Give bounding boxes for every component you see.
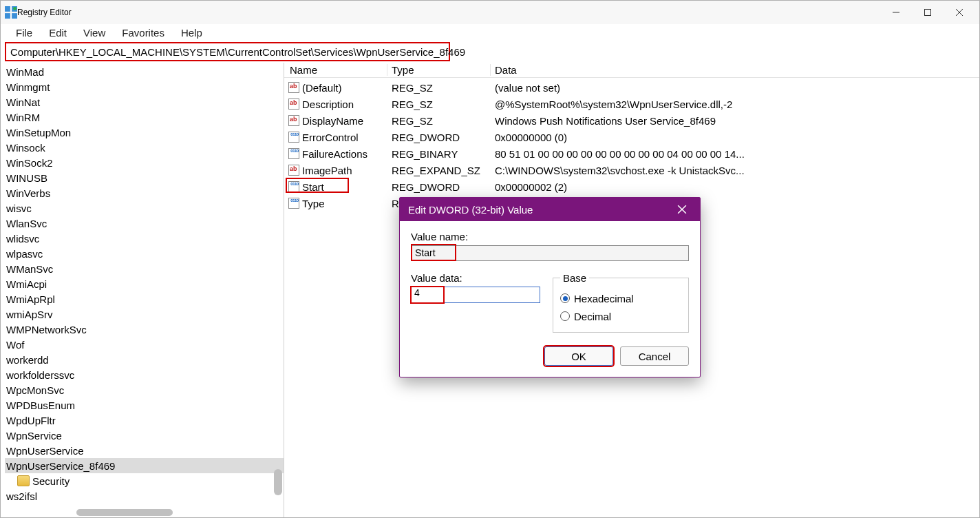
row-type: REG_BINARY [387,148,491,160]
radio-hex-row[interactable]: Hexadecimal [560,289,681,307]
ok-button[interactable]: OK [544,346,613,366]
tree-item[interactable]: WpnUserService [5,443,284,458]
menu-file[interactable]: File [8,25,41,40]
tree-item[interactable]: WManSvc [5,261,284,276]
tree-item[interactable]: WINUSB [5,170,284,185]
tree-item[interactable]: WpdUpFltr [5,413,284,428]
tree-item[interactable]: WinSock2 [5,155,284,170]
row-name: (Default) [302,82,387,94]
dialog-title-text: Edit DWORD (32-bit) Value [408,204,533,216]
edit-dword-dialog: Edit DWORD (32-bit) Value Value name: St… [399,197,701,377]
tree-item[interactable]: Winmgmt [5,79,284,94]
row-name: Description [302,99,387,110]
list-row[interactable]: DisplayNameREG_SZWindows Push Notificati… [284,112,979,129]
row-data: Windows Push Notifications User Service_… [491,115,979,127]
tree-item[interactable]: Winsock [5,140,284,155]
dword-value-icon [287,131,301,143]
list-row[interactable]: ImagePathREG_EXPAND_SZC:\WINDOWS\system3… [284,162,979,178]
column-name[interactable]: Name [284,64,387,76]
row-data: 80 51 01 00 00 00 00 00 00 00 00 00 04 0… [491,148,979,160]
row-data: 0x00000000 (0) [491,132,979,143]
tree-item[interactable]: WPDBusEnum [5,397,284,413]
menu-favorites[interactable]: Favorites [114,25,173,40]
string-value-icon [287,81,301,94]
svg-rect-2 [5,13,10,19]
base-group: Base Hexadecimal Decimal [553,272,689,333]
radio-dec[interactable] [560,311,570,321]
list-header: Name Type Data [284,63,979,78]
row-type: REG_EXPAND_SZ [387,165,491,176]
dialog-titlebar: Edit DWORD (32-bit) Value [400,198,700,221]
tree-item[interactable]: WpnUserService_8f469 [5,458,284,473]
tree-item[interactable]: WinVerbs [5,185,284,200]
row-name: Start [302,181,387,193]
tree-item[interactable]: WinSetupMon [5,125,284,140]
tree-item[interactable]: WinNat [5,94,284,110]
tree-item[interactable]: WinMad [5,64,284,79]
row-data: @%SystemRoot%\system32\WpnUserService.dl… [491,99,979,110]
tree-item[interactable]: wisvc [5,200,284,216]
list-row[interactable]: FailureActionsREG_BINARY80 51 01 00 00 0… [284,145,979,162]
list-row[interactable]: StartREG_DWORD0x00000002 (2) [284,178,979,195]
tree-item[interactable]: WinRM [5,110,284,125]
minimize-button[interactable] [880,1,912,23]
row-name: Type [302,198,387,209]
row-name: ImagePath [302,165,387,176]
value-data-field[interactable]: 4 [411,287,540,303]
titlebar: Registry Editor [1,1,979,24]
value-name-field[interactable]: Start [411,245,689,261]
menubar: File Edit View Favorites Help [1,24,979,41]
value-name-label: Value name: [411,231,689,242]
row-name: FailureActions [302,148,387,160]
tree-item[interactable]: wmiApSrv [5,307,284,322]
row-name: DisplayName [302,115,387,127]
tree-item[interactable]: WmiApRpl [5,291,284,307]
list-row[interactable]: ErrorControlREG_DWORD0x00000000 (0) [284,129,979,145]
tree-item[interactable]: Security [5,473,284,488]
menu-help[interactable]: Help [173,25,211,40]
svg-rect-0 [5,6,10,12]
column-data[interactable]: Data [491,64,979,76]
window-controls [880,1,975,23]
tree-item[interactable]: workerdd [5,352,284,367]
radio-hex-label: Hexadecimal [574,293,634,304]
tree-item[interactable]: WlanSvc [5,216,284,231]
maximize-button[interactable] [912,1,944,23]
tree-item[interactable]: ws2ifsl [5,488,284,504]
menu-view[interactable]: View [75,25,114,40]
tree-item[interactable]: WpcMonSvc [5,382,284,397]
string-value-icon [287,114,301,127]
tree-horizontal-scrollbar[interactable] [76,509,173,516]
row-data: 0x00000002 (2) [491,181,979,193]
tree-pane[interactable]: WinMadWinmgmtWinNatWinRMWinSetupMonWinso… [1,63,284,517]
svg-point-4 [13,7,17,10]
tree-item[interactable]: wlpasvc [5,246,284,261]
column-type[interactable]: Type [387,64,491,76]
radio-hex[interactable] [560,293,570,303]
list-row[interactable]: DescriptionREG_SZ@%SystemRoot%\system32\… [284,96,979,112]
radio-dec-row[interactable]: Decimal [560,307,681,325]
row-name: ErrorControl [302,132,387,143]
menu-edit[interactable]: Edit [41,25,75,40]
tree-item[interactable]: WpnService [5,428,284,443]
tree-item[interactable]: WMPNetworkSvc [5,322,284,337]
row-type: REG_SZ [387,82,491,94]
tree-item[interactable]: WmiAcpi [5,276,284,291]
dialog-close-button[interactable] [672,200,692,219]
window-title: Registry Editor [17,8,72,17]
radio-dec-label: Decimal [574,311,611,322]
tree-vertical-scrollbar[interactable] [274,469,282,495]
dword-value-icon [287,180,301,193]
row-type: REG_DWORD [387,181,491,193]
tree-item[interactable]: wlidsvc [5,231,284,246]
address-bar[interactable]: Computer\HKEY_LOCAL_MACHINE\SYSTEM\Curre… [5,42,450,61]
row-data: C:\WINDOWS\system32\svchost.exe -k Unist… [491,165,979,176]
cancel-button[interactable]: Cancel [620,346,689,366]
svg-rect-6 [925,10,931,16]
row-type: REG_SZ [387,115,491,127]
tree-item[interactable]: workfolderssvc [5,367,284,382]
list-row[interactable]: (Default)REG_SZ(value not set) [284,79,979,96]
close-button[interactable] [944,1,975,23]
row-type: REG_DWORD [387,132,491,143]
tree-item[interactable]: Wof [5,337,284,352]
